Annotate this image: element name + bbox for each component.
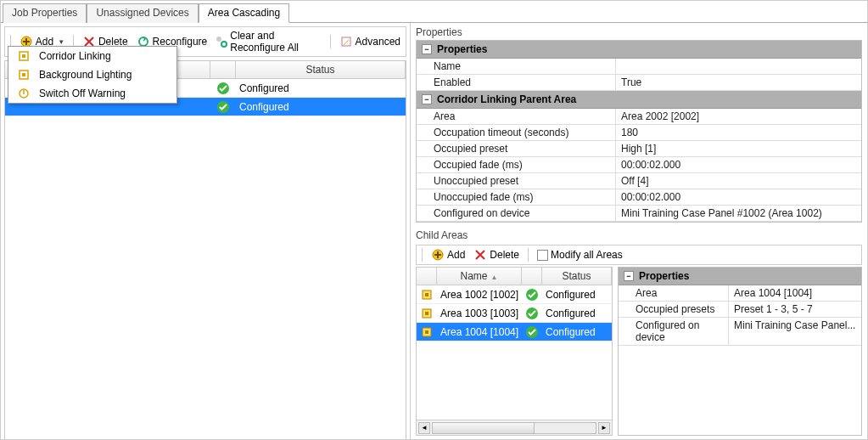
prop-row[interactable]: Occupied presetsPreset 1 - 3, 5 - 7	[619, 302, 861, 318]
svg-point-2	[216, 37, 221, 42]
modify-all-areas-toggle[interactable]: Modify all Areas	[535, 248, 624, 262]
child-col-name[interactable]: Name▲	[437, 268, 522, 285]
collapse-icon[interactable]: −	[422, 44, 432, 54]
properties-panel: − Properties Name EnabledTrue − Corridor…	[416, 40, 862, 223]
menu-item-background-lighting[interactable]: Background Lighting	[8, 65, 176, 84]
area-icon	[417, 326, 437, 338]
area-icon	[417, 307, 437, 319]
prop-row[interactable]: Configured on deviceMini Training Case P…	[619, 318, 861, 346]
add-icon	[431, 248, 445, 262]
prop-row[interactable]: Configured on deviceMini Training Case P…	[417, 206, 861, 222]
scroll-right-icon[interactable]: ►	[598, 422, 610, 434]
child-areas-label: Child Areas	[416, 229, 862, 241]
prop-row[interactable]: Unoccupied presetOff [4]	[417, 173, 861, 189]
col-status[interactable]: Status	[236, 61, 406, 78]
svg-rect-4	[342, 37, 350, 46]
svg-rect-20	[425, 330, 428, 334]
child-areas-grid: Name▲ Status Area 1002 [1002] Configured	[416, 267, 613, 436]
delete-icon	[473, 248, 487, 262]
row-status: Configured	[236, 101, 406, 113]
prop-row[interactable]: AreaArea 1004 [1004]	[619, 285, 861, 302]
prop-row[interactable]: Occupied presetHigh [1]	[417, 141, 861, 157]
child-row[interactable]: Area 1004 [1004] Configured	[417, 323, 612, 341]
horizontal-scrollbar[interactable]: ◄ ►	[417, 420, 612, 435]
advanced-icon	[339, 35, 353, 48]
checkbox-icon[interactable]	[537, 250, 548, 261]
menu-item-switch-off-warning[interactable]: Switch Off Warning	[8, 84, 176, 103]
top-tabs: Job Properties Unassigned Devices Area C…	[1, 1, 867, 23]
clear-label: Clear and Reconfigure All	[230, 30, 322, 54]
advanced-label: Advanced	[356, 36, 400, 48]
status-ok-icon	[210, 100, 236, 114]
child-grid-header: Name▲ Status	[417, 268, 612, 285]
prop-section-corridor[interactable]: − Corridor Linking Parent Area	[417, 91, 861, 109]
add-dropdown-menu: Corridor Linking Background Lighting Swi…	[8, 46, 177, 104]
tab-job-properties[interactable]: Job Properties	[3, 3, 87, 23]
child-delete-button[interactable]: Delete	[472, 247, 521, 262]
dropdown-arrow-icon: ▼	[58, 38, 64, 46]
prop-row[interactable]: AreaArea 2002 [2002]	[417, 109, 861, 125]
prop-row[interactable]: Name	[417, 59, 861, 75]
scroll-thumb[interactable]	[433, 423, 535, 433]
child-properties-panel: − Properties AreaArea 1004 [1004] Occupi…	[618, 267, 862, 436]
child-row[interactable]: Area 1002 [1002] Configured	[417, 285, 612, 304]
svg-rect-17	[425, 312, 428, 315]
main-grid: Configured Configured	[4, 79, 406, 440]
menu-item-label: Background Lighting	[39, 69, 132, 81]
prop-row[interactable]: Occupied fade (ms)00:00:02.000	[417, 157, 861, 173]
advanced-button[interactable]: Advanced	[338, 34, 402, 49]
child-prop-header[interactable]: − Properties	[619, 268, 861, 285]
menu-item-corridor-linking[interactable]: Corridor Linking	[8, 47, 176, 65]
svg-rect-6	[22, 54, 25, 58]
child-toolbar: Add Delete Modify all Areas	[416, 245, 862, 265]
properties-label: Properties	[416, 26, 862, 38]
clear-icon	[216, 35, 227, 48]
row-status: Configured	[236, 82, 406, 94]
tab-area-cascading[interactable]: Area Cascading	[199, 3, 289, 23]
menu-item-label: Corridor Linking	[39, 50, 111, 62]
menu-item-label: Switch Off Warning	[39, 87, 126, 99]
prop-row[interactable]: Occupation timeout (seconds)180	[417, 125, 861, 141]
sort-asc-icon: ▲	[491, 274, 498, 281]
status-ok-icon	[522, 307, 542, 320]
child-col-status[interactable]: Status	[542, 268, 612, 285]
prop-row[interactable]: EnabledTrue	[417, 75, 861, 91]
status-ok-icon	[522, 288, 542, 302]
child-row[interactable]: Area 1003 [1003] Configured	[417, 304, 612, 323]
clear-reconfigure-all-button[interactable]: Clear and Reconfigure All	[214, 29, 323, 54]
svg-rect-8	[22, 73, 25, 76]
tab-unassigned-devices[interactable]: Unassigned Devices	[87, 3, 198, 23]
prop-row[interactable]: Unoccupied fade (ms)00:00:02.000	[417, 189, 861, 206]
scroll-track[interactable]	[432, 422, 596, 434]
area-icon	[417, 289, 437, 301]
scroll-left-icon[interactable]: ◄	[418, 422, 430, 434]
background-lighting-icon	[15, 69, 32, 81]
col-status-icon[interactable]	[210, 61, 236, 78]
status-ok-icon	[210, 82, 236, 95]
toolbar-grip	[422, 248, 423, 262]
collapse-icon[interactable]: −	[422, 94, 432, 104]
switch-off-icon	[15, 87, 32, 99]
svg-rect-14	[425, 293, 428, 296]
svg-point-1	[139, 37, 148, 46]
child-add-button[interactable]: Add	[429, 247, 467, 262]
prop-section-properties[interactable]: − Properties	[417, 41, 861, 59]
status-ok-icon	[522, 325, 542, 339]
collapse-icon[interactable]: −	[624, 271, 634, 281]
corridor-linking-icon	[15, 50, 32, 62]
svg-point-3	[221, 42, 227, 47]
